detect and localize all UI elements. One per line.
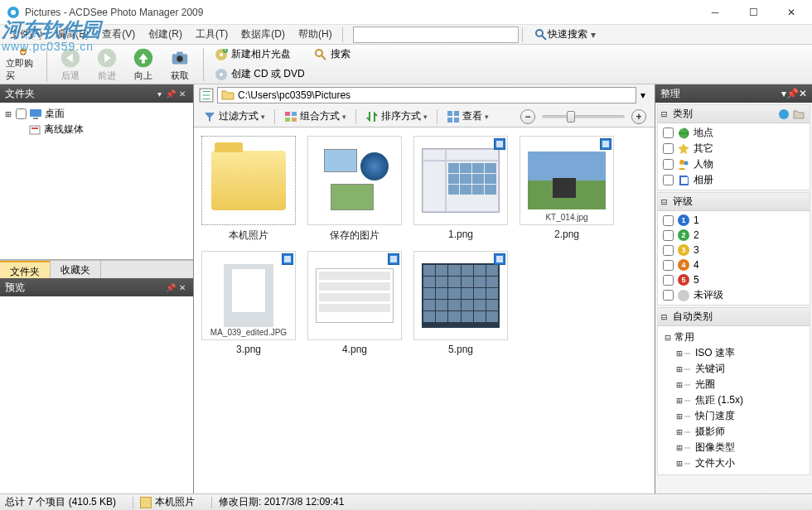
panel-menu-icon[interactable]: ▾	[153, 89, 165, 99]
history-icon[interactable]	[199, 88, 214, 103]
panel-pin-icon[interactable]: 📌	[786, 88, 799, 99]
tree-checkbox[interactable]	[16, 108, 27, 119]
collapse-icon[interactable]: ⊟	[661, 108, 671, 120]
panel-close-icon[interactable]: ✕	[176, 283, 188, 292]
category-checkbox[interactable]	[663, 175, 674, 185]
panel-pin-icon[interactable]: 📌	[165, 89, 176, 99]
rating-checkbox[interactable]	[663, 215, 674, 226]
tree-node-desktop[interactable]: ⊞ 桌面	[3, 106, 190, 122]
expand-icon[interactable]: ⊞	[674, 379, 684, 391]
rating-item-2[interactable]: 22	[658, 228, 810, 243]
category-section-header[interactable]: ⊟ 类别	[658, 105, 810, 123]
create-cd-button[interactable]: 创建 CD 或 DVD	[209, 65, 356, 84]
search-button[interactable]: 搜索	[308, 46, 356, 64]
menu-help[interactable]: 帮助(H)	[292, 25, 339, 44]
thumb-box[interactable]	[201, 136, 296, 225]
category-checkbox[interactable]	[663, 143, 674, 154]
minimize-button[interactable]: ─	[696, 1, 734, 24]
thumb-item[interactable]: 5.png	[413, 251, 509, 355]
category-item-people[interactable]: 人物	[658, 156, 810, 172]
forward-button[interactable]: 前进	[89, 46, 125, 83]
folder-new-icon[interactable]	[791, 108, 806, 121]
expand-icon[interactable]: ⊞	[674, 363, 684, 375]
expand-icon[interactable]: ⊞	[674, 458, 684, 469]
thumb-item[interactable]: 保存的图片	[307, 136, 403, 243]
zoom-out-button[interactable]: −	[520, 109, 535, 124]
category-item-album[interactable]: 相册	[658, 172, 810, 188]
thumb-box[interactable]	[413, 251, 508, 340]
zoom-slider[interactable]	[542, 115, 625, 118]
auto-category-header[interactable]: ⊟ 自动类别	[658, 308, 810, 326]
menu-create[interactable]: 创建(R)	[142, 25, 189, 44]
panel-close-icon[interactable]: ✕	[176, 89, 188, 99]
thumb-item[interactable]: 4.png	[307, 251, 403, 355]
rating-section-header[interactable]: ⊟ 评级	[658, 193, 810, 211]
rating-item-4[interactable]: 44	[658, 257, 810, 272]
tab-folders[interactable]: 文件夹	[0, 261, 51, 278]
expand-icon[interactable]: ⊞	[3, 108, 13, 120]
get-button[interactable]: 获取	[162, 46, 198, 83]
thumb-item[interactable]: 本机照片	[201, 136, 297, 243]
auto-node-shutter[interactable]: ⊞┈快门速度	[674, 408, 810, 424]
thumb-item[interactable]: KT_014.jpg 2.png	[519, 136, 615, 243]
auto-node-filesize[interactable]: ⊞┈文件大小	[674, 455, 810, 471]
menu-database[interactable]: 数据库(D)	[234, 25, 292, 44]
thumb-box[interactable]: MA_039_edited.JPG	[201, 251, 296, 340]
menu-tools[interactable]: 工具(T)	[189, 25, 234, 44]
thumbnail-grid[interactable]: 本机照片 保存的图片 1.png	[194, 128, 655, 493]
category-checkbox[interactable]	[663, 159, 674, 170]
collapse-icon[interactable]: ⊟	[661, 311, 671, 323]
address-dropdown-icon[interactable]: ▾	[636, 89, 650, 101]
auto-node-aperture[interactable]: ⊞┈光圈	[674, 377, 810, 392]
menu-view[interactable]: 查看(V)	[95, 25, 142, 44]
group-button[interactable]: 组合方式 ▾	[280, 107, 350, 126]
sort-button[interactable]: 排序方式 ▾	[361, 107, 432, 126]
collapse-icon[interactable]: ⊟	[661, 196, 671, 208]
close-button[interactable]: ✕	[772, 1, 810, 24]
panel-pin-icon[interactable]: 📌	[165, 283, 176, 292]
thumb-box[interactable]: KT_014.jpg	[520, 136, 614, 225]
back-button[interactable]: 后退	[52, 46, 89, 83]
expand-icon[interactable]: ⊞	[674, 348, 684, 359]
rating-item-5[interactable]: 55	[658, 272, 810, 287]
new-disc-button[interactable]: + 新建相片光盘	[209, 46, 297, 64]
rating-checkbox[interactable]	[663, 230, 674, 241]
globe-icon[interactable]	[776, 108, 791, 121]
expand-icon[interactable]: ⊞	[674, 411, 684, 422]
view-button[interactable]: 查看 ▾	[442, 107, 493, 126]
auto-node-keywords[interactable]: ⊞┈关键词	[674, 361, 810, 377]
rating-checkbox[interactable]	[663, 290, 674, 301]
quicksearch-button[interactable]: 快速搜索 ▾	[534, 27, 596, 41]
rating-item-unrated[interactable]: 未评级	[658, 287, 810, 303]
tree-node-offline[interactable]: 离线媒体	[3, 122, 190, 137]
rating-checkbox[interactable]	[663, 275, 674, 286]
panel-close-icon[interactable]: ✕	[799, 88, 807, 99]
up-button[interactable]: 向上	[125, 46, 162, 83]
rating-checkbox[interactable]	[663, 260, 674, 271]
thumb-box[interactable]	[307, 251, 402, 340]
collapse-icon[interactable]: ⊟	[663, 332, 673, 344]
address-field[interactable]: C:\Users\pc0359\Pictures	[217, 87, 636, 103]
expand-icon[interactable]: ⊞	[674, 426, 684, 438]
maximize-button[interactable]: ☐	[734, 1, 772, 24]
thumb-box[interactable]	[307, 136, 402, 225]
menu-edit[interactable]: 编辑(E)	[49, 25, 95, 44]
auto-node-photographer[interactable]: ⊞┈摄影师	[674, 424, 810, 440]
auto-node-focal[interactable]: ⊞┈焦距 (1.5x)	[674, 392, 810, 408]
expand-icon[interactable]: ⊞	[674, 395, 684, 407]
rating-checkbox[interactable]	[663, 245, 674, 256]
folder-tree[interactable]: ⊞ 桌面 离线媒体	[0, 103, 193, 260]
thumb-item[interactable]: MA_039_edited.JPG 3.png	[201, 251, 297, 355]
expand-icon[interactable]: ⊞	[674, 442, 684, 454]
menu-file[interactable]: 文件(F)	[3, 25, 49, 44]
menu-search-input[interactable]	[353, 26, 519, 43]
zoom-in-button[interactable]: +	[631, 109, 646, 124]
auto-node-iso[interactable]: ⊞┈ISO 速率	[674, 345, 810, 361]
rating-item-1[interactable]: 11	[658, 213, 810, 228]
buy-button[interactable]: 立即购买	[5, 46, 41, 83]
zoom-slider-thumb[interactable]	[567, 111, 575, 123]
thumb-item[interactable]: 1.png	[413, 136, 509, 243]
auto-node-common[interactable]: ⊟常用	[663, 330, 810, 345]
category-item-other[interactable]: 其它	[658, 141, 810, 156]
filter-button[interactable]: 过滤方式 ▾	[199, 107, 269, 126]
